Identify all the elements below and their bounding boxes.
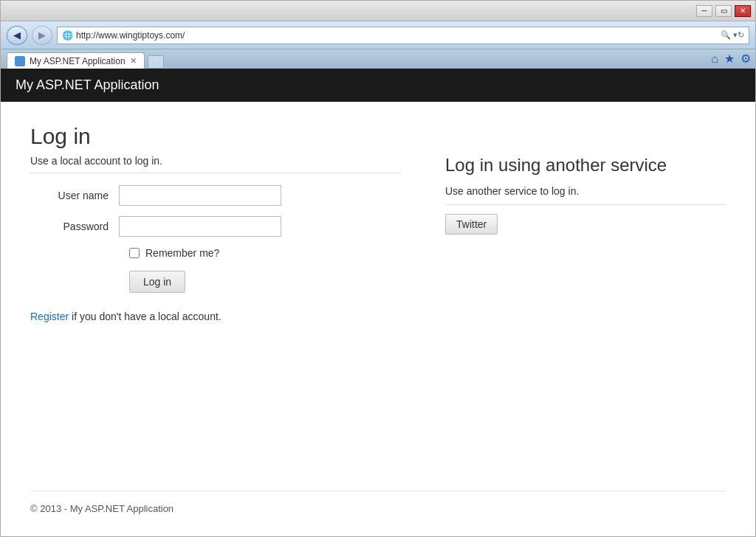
username-label: User name — [30, 190, 119, 201]
tab-title: My ASP.NET Application — [30, 56, 126, 66]
right-subtitle: Use another service to log in. — [445, 185, 726, 205]
main-content: Use a local account to log in. User name… — [30, 155, 726, 461]
twitter-button[interactable]: Twitter — [445, 214, 498, 235]
app-body: Log in Use a local account to log in. Us… — [1, 102, 755, 536]
login-btn-container: Log in — [30, 271, 401, 293]
restore-button[interactable]: ▭ — [715, 5, 732, 17]
password-group: Password — [30, 216, 401, 237]
browser-window: ─ ▭ ✕ ◀ ▶ 🌐 http://www.wingtiptoys.com/ … — [0, 0, 756, 537]
register-suffix: if you don't have a local account. — [69, 311, 221, 322]
title-bar-buttons: ─ ▭ ✕ — [696, 5, 751, 17]
tab-favicon — [15, 56, 25, 66]
new-tab-button[interactable] — [148, 55, 164, 69]
home-icon[interactable]: ⌂ — [711, 52, 718, 66]
username-input[interactable] — [119, 185, 281, 206]
local-account-subtitle: Use a local account to log in. — [30, 155, 401, 173]
footer: © 2013 - My ASP.NET Application — [30, 491, 726, 514]
remember-me-group: Remember me? — [129, 247, 401, 259]
password-input[interactable] — [119, 216, 281, 237]
password-label: Password — [30, 221, 119, 232]
tab-close-button[interactable]: ✕ — [130, 56, 137, 66]
forward-button[interactable]: ▶ — [32, 26, 52, 45]
toolbar-right: ⌂ ★ ⚙ — [711, 52, 751, 66]
right-title: Log in using another service — [445, 155, 726, 176]
url-bar[interactable]: 🌐 http://www.wingtiptoys.com/ 🔍 ▾ ↻ — [57, 27, 749, 44]
close-button[interactable]: ✕ — [735, 5, 751, 17]
remember-me-checkbox[interactable] — [129, 248, 140, 258]
register-link[interactable]: Register — [30, 311, 69, 322]
active-tab[interactable]: My ASP.NET Application ✕ — [7, 52, 145, 69]
url-globe-icon: 🌐 — [62, 30, 73, 41]
username-group: User name — [30, 185, 401, 206]
tab-bar: My ASP.NET Application ✕ ⌂ ★ ⚙ — [1, 49, 755, 69]
favorites-icon[interactable]: ★ — [724, 52, 735, 66]
page-title: Log in — [30, 124, 726, 149]
remember-me-label: Remember me? — [145, 247, 219, 259]
app-header: My ASP.NET Application — [1, 69, 755, 102]
title-bar: ─ ▭ ✕ — [1, 1, 755, 21]
url-refresh-icon[interactable]: ↻ — [738, 30, 744, 40]
register-section: Register if you don't have a local accou… — [30, 311, 401, 322]
login-button[interactable]: Log in — [129, 271, 185, 293]
minimize-button[interactable]: ─ — [696, 5, 712, 17]
left-section: Use a local account to log in. User name… — [30, 155, 401, 461]
url-text: http://www.wingtiptoys.com/ — [76, 30, 718, 41]
footer-text: © 2013 - My ASP.NET Application — [30, 503, 173, 514]
app-title: My ASP.NET Application — [16, 77, 159, 92]
address-bar: ◀ ▶ 🌐 http://www.wingtiptoys.com/ 🔍 ▾ ↻ — [1, 21, 755, 49]
settings-icon[interactable]: ⚙ — [740, 52, 751, 66]
url-search-icon[interactable]: 🔍 ▾ — [721, 30, 738, 40]
back-button[interactable]: ◀ — [7, 26, 27, 45]
right-section: Log in using another service Use another… — [430, 155, 726, 461]
